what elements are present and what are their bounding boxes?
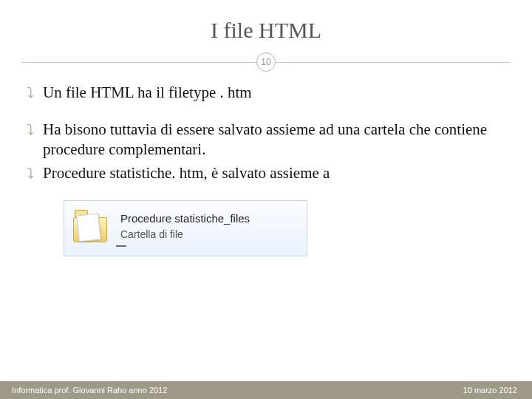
bullet-text: Un file HTML ha il filetype . htm xyxy=(43,83,505,103)
bullet-text: Procedure statistiche. htm, è salvato as… xyxy=(43,163,505,184)
bullet-item: ⤵ Procedure statistiche. htm, è salvato … xyxy=(27,163,505,184)
page-number-badge: 10 xyxy=(256,52,276,72)
folder-preview: Procedure statistiche_files Cartella di … xyxy=(64,200,307,256)
folder-label-group: Procedure statistiche_files Cartella di … xyxy=(120,211,250,241)
footer-right: 10 marzo 2012 xyxy=(463,386,517,395)
swirl-icon: ⤵ xyxy=(27,163,43,184)
content-area: ⤵ Un file HTML ha il filetype . htm ⤵ Ha… xyxy=(0,83,532,256)
title-divider: 10 xyxy=(22,53,510,71)
folder-icon xyxy=(72,207,110,245)
footer-bar: Informatica prof. Giovanni Raho anno 201… xyxy=(0,381,532,399)
swirl-icon: ⤵ xyxy=(27,120,43,160)
slide: I file HTML 10 ⤵ Un file HTML ha il file… xyxy=(0,0,532,399)
folder-name: Procedure statistiche_files xyxy=(120,211,250,226)
page-title: I file HTML xyxy=(0,0,532,53)
bullet-item: ⤵ Ha bisono tuttavia di essere salvato a… xyxy=(27,120,505,160)
bullet-text: Ha bisono tuttavia di essere salvato ass… xyxy=(43,120,505,160)
swirl-icon: ⤵ xyxy=(27,83,43,103)
bullet-item: ⤵ Un file HTML ha il filetype . htm xyxy=(27,83,505,103)
cursor-mark xyxy=(116,245,126,247)
folder-type: Cartella di file xyxy=(120,228,250,241)
footer-left: Informatica prof. Giovanni Raho anno 201… xyxy=(12,386,167,395)
